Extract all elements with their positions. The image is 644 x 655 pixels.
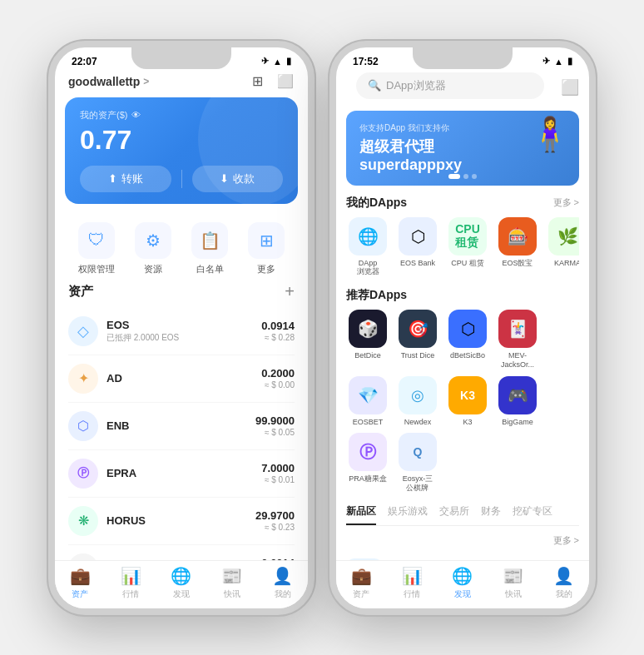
tab-finance[interactable]: 财务: [481, 504, 501, 525]
dapp-eossicbo-label: EOS骰宝: [502, 259, 533, 268]
asset-item-epra[interactable]: Ⓟ EPRA 7.0000 ≈ $ 0.01: [68, 450, 295, 498]
dapp-pra-label: PRA糖果盒: [349, 474, 387, 484]
enb-amounts: 99.9000 ≈ $ 0.05: [255, 414, 295, 437]
dapp-banner[interactable]: 你支持DApp 我们支持你 超级君代理 superdapppxy 🧍‍♀️: [346, 111, 579, 186]
tab-new[interactable]: 新品区: [346, 504, 376, 525]
my-dapps-title: 我的DApps: [346, 196, 407, 211]
enb-info: ENB: [107, 419, 255, 432]
dapp-newdex-icon: ◎: [399, 376, 437, 414]
nav-profile-1[interactable]: 👤 我的: [257, 566, 308, 600]
dapp-mev[interactable]: 🃏 MEV-JacksOr...: [496, 310, 539, 370]
nav-market-icon-1: 📊: [121, 566, 141, 586]
quick-action-resources[interactable]: ⚙ 资源: [135, 222, 171, 275]
dapp-eosbet[interactable]: 💎 EOSBET: [346, 376, 389, 427]
card-divider: [181, 170, 182, 188]
horus-amounts: 29.9700 ≈ $ 0.23: [255, 509, 295, 532]
nav-profile-icon-1: 👤: [272, 566, 293, 586]
scan-icon[interactable]: ⬜: [276, 72, 295, 91]
scan-icon-2[interactable]: ⬜: [561, 78, 579, 97]
asset-item-hvt[interactable]: W HVT 0.6014 ≈ $ 0.00: [68, 545, 295, 560]
dapp-eosbank[interactable]: ⬡ EOS Bank: [396, 217, 439, 277]
scene: 22:07 ✈ ▲ ▮ goodwallettp > ⊞ ⬜: [32, 24, 612, 632]
tab-entertainment[interactable]: 娱乐游戏: [388, 504, 428, 525]
app-yuzhu[interactable]: 🌳 柚子树 首款EOS制户浏览器/搜索引擎，支持核关... ···: [346, 552, 579, 559]
nav-assets[interactable]: 💼 资产: [55, 566, 106, 600]
bottom-nav-2: 💼 资产 📊 行情 🌐 发现 📰 快讯 👤 我的: [336, 560, 589, 608]
asset-value: 0.77: [80, 125, 283, 156]
nav-news-2[interactable]: 📰 快讯: [488, 566, 538, 600]
nav-market-1[interactable]: 📊 行情: [106, 566, 156, 600]
nav-assets-2[interactable]: 💼 资产: [336, 566, 387, 600]
horus-usd: ≈ $ 0.23: [255, 523, 295, 532]
enb-name: ENB: [107, 419, 255, 432]
battery-icon-1: ▮: [286, 56, 291, 67]
quick-action-whitelist[interactable]: 📋 白名单: [191, 222, 228, 275]
eos-amount: 0.0914: [261, 320, 295, 332]
dapp-cpu[interactable]: CPU租赁 CPU 租赁: [446, 217, 489, 277]
add-asset-button[interactable]: +: [285, 282, 295, 301]
asset-item-ad[interactable]: ✦ AD 0.2000 ≈ $ 0.00: [68, 355, 295, 403]
dapp-dbetsicbo[interactable]: ⬡ dBetSicBo: [446, 310, 489, 370]
horus-amount: 29.9700: [255, 509, 295, 522]
new-apps-more[interactable]: 更多 >: [553, 534, 579, 547]
nav-discover-1[interactable]: 🌐 发现: [156, 566, 207, 600]
dapp-newdex[interactable]: ◎ Newdex: [396, 376, 439, 427]
wallet-title[interactable]: goodwallettp >: [68, 75, 149, 88]
nav-discover-2[interactable]: 🌐 发现: [438, 566, 488, 600]
tab-mining[interactable]: 挖矿专区: [513, 504, 552, 525]
receive-label: 收款: [233, 171, 255, 186]
banner-dots: [448, 174, 477, 179]
dapp-pra-icon: Ⓟ: [349, 433, 387, 471]
nav-market-2[interactable]: 📊 行情: [387, 566, 438, 600]
status-icons-1: ✈ ▲ ▮: [261, 56, 291, 67]
asset-item-eos[interactable]: ◇ EOS 已抵押 2.0000 EOS 0.0914 ≈ $ 0.28: [68, 308, 295, 355]
asset-list: ◇ EOS 已抵押 2.0000 EOS 0.0914 ≈ $ 0.28 ✦: [68, 308, 295, 560]
dapp-k3[interactable]: K3 K3: [446, 376, 489, 427]
dapp-pra[interactable]: Ⓟ PRA糖果盒: [346, 433, 389, 493]
epra-amount: 7.0000: [261, 462, 295, 474]
dapp-browser[interactable]: 🌐 DApp浏览器: [346, 217, 389, 277]
dapp-search[interactable]: 🔍 DApp浏览器: [356, 72, 544, 99]
quick-action-permissions[interactable]: 🛡 权限管理: [78, 222, 115, 275]
ad-info: AD: [107, 372, 261, 385]
permissions-label: 权限管理: [78, 263, 115, 275]
assets-section: 资产 + ◇ EOS 已抵押 2.0000 EOS 0.0914 ≈ $ 0.2…: [55, 282, 308, 560]
banner-figure: 🧍‍♀️: [529, 115, 571, 154]
dapp-eosyx[interactable]: Q Eosyx-三公棋牌: [396, 433, 439, 493]
wifi-icon-2: ▲: [554, 57, 563, 67]
dapp-betdice-icon: 🎲: [349, 310, 387, 348]
status-icons-2: ✈ ▲ ▮: [542, 56, 572, 67]
tab-exchange[interactable]: 交易所: [439, 504, 469, 525]
eye-icon: 👁: [131, 110, 141, 120]
nav-news-1[interactable]: 📰 快讯: [206, 566, 257, 600]
nav-profile-label-2: 我的: [556, 588, 572, 600]
time-1: 22:07: [72, 56, 97, 67]
nav-discover-label-2: 发现: [454, 588, 471, 600]
my-dapps-more[interactable]: 更多 >: [553, 196, 579, 209]
dapp-karma[interactable]: 🌿 KARMA: [546, 217, 579, 277]
quick-action-more[interactable]: ⊞ 更多: [248, 222, 285, 275]
receive-button[interactable]: ⬇ 收款: [192, 166, 284, 192]
grid-icon[interactable]: ⊞: [248, 72, 266, 91]
asset-item-horus[interactable]: ❋ HORUS 29.9700 ≈ $ 0.23: [68, 498, 295, 545]
nav-profile-2[interactable]: 👤 我的: [538, 566, 589, 600]
dapp-trustdice[interactable]: 🎯 Trust Dice: [396, 310, 439, 370]
epra-amounts: 7.0000 ≈ $ 0.01: [261, 462, 295, 484]
dapp-karma-label: KARMA: [554, 259, 579, 268]
new-apps-header: 更多 >: [346, 534, 579, 547]
nav-market-label-2: 行情: [404, 588, 420, 600]
dapp-eosbet-label: EOSBET: [353, 418, 384, 427]
header-icons: ⊞ ⬜: [248, 72, 295, 91]
dapp-biggame[interactable]: 🎮 BigGame: [496, 376, 539, 427]
eos-name: EOS: [107, 319, 261, 331]
dapp-eossicbo[interactable]: 🎰 EOS骰宝: [496, 217, 539, 277]
eos-sub: 已抵押 2.0000 EOS: [107, 332, 261, 344]
dapp-betdice[interactable]: 🎲 BetDice: [346, 310, 389, 370]
epra-icon: Ⓟ: [68, 459, 98, 489]
dapp-eosbank-icon: ⬡: [399, 217, 437, 256]
assets-header: 资产 +: [68, 282, 295, 301]
asset-item-enb[interactable]: ⬡ ENB 99.9000 ≈ $ 0.05: [68, 403, 295, 450]
whitelist-icon: 📋: [191, 222, 228, 259]
transfer-button[interactable]: ⬆ 转账: [80, 166, 171, 192]
epra-usd: ≈ $ 0.01: [261, 475, 295, 484]
